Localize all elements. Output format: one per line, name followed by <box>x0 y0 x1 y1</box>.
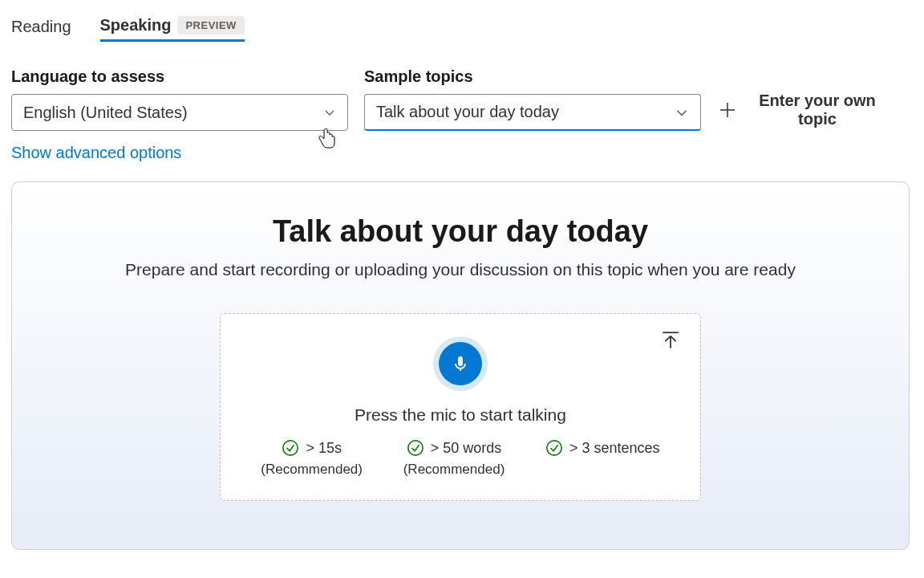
tab-speaking-label: Speaking <box>100 16 172 35</box>
check-circle-icon <box>545 439 563 457</box>
topic-select[interactable]: Talk about your day today <box>364 94 701 131</box>
recording-card: Press the mic to start talking > 15s (Re… <box>220 313 701 501</box>
criterion-words: > 50 words (Recommended) <box>403 439 505 478</box>
enter-own-topic-button[interactable]: Enter your own topic <box>717 92 886 128</box>
panel-title: Talk about your day today <box>36 214 885 249</box>
panel-subtitle: Prepare and start recording or uploading… <box>36 260 885 279</box>
language-value: English (United States) <box>23 104 188 122</box>
show-advanced-options-link[interactable]: Show advanced options <box>11 144 181 162</box>
criterion-sentences-text: > 3 sentences <box>569 440 660 457</box>
controls-row: Language to assess English (United State… <box>11 67 913 131</box>
language-field: Language to assess English (United State… <box>11 67 348 131</box>
tabs: Reading Speaking PREVIEW <box>11 11 913 42</box>
check-circle-icon <box>407 439 424 457</box>
assessment-panel: Talk about your day today Prepare and st… <box>11 181 910 550</box>
check-circle-icon <box>282 439 299 457</box>
criterion-duration-sub: (Recommended) <box>261 462 363 478</box>
preview-badge: PREVIEW <box>177 16 244 35</box>
topic-field: Sample topics Talk about your day today <box>364 67 701 131</box>
mic-instruction: Press the mic to start talking <box>245 405 676 425</box>
criterion-duration: > 15s (Recommended) <box>261 439 363 478</box>
mic-inner <box>439 342 482 385</box>
tab-reading[interactable]: Reading <box>11 13 71 41</box>
mic-button[interactable] <box>433 336 488 391</box>
language-label: Language to assess <box>11 67 348 86</box>
tab-reading-label: Reading <box>11 18 71 36</box>
microphone-icon <box>451 354 470 373</box>
language-select[interactable]: English (United States) <box>11 94 348 131</box>
topic-label: Sample topics <box>364 67 701 86</box>
tab-speaking[interactable]: Speaking PREVIEW <box>100 11 245 42</box>
criterion-words-text: > 50 words <box>431 440 502 457</box>
svg-point-3 <box>547 441 561 455</box>
criteria-row: > 15s (Recommended) > 50 words (Recommen… <box>245 439 676 478</box>
topic-value: Talk about your day today <box>376 103 559 121</box>
cursor-pointer-icon <box>317 128 338 153</box>
chevron-down-icon <box>675 105 689 120</box>
svg-point-1 <box>283 441 298 455</box>
chevron-down-icon <box>323 106 336 119</box>
upload-button[interactable] <box>660 330 681 354</box>
criterion-words-sub: (Recommended) <box>403 462 505 478</box>
plus-icon <box>717 100 738 120</box>
criterion-sentences: > 3 sentences <box>545 439 660 462</box>
upload-icon <box>660 330 681 351</box>
svg-rect-0 <box>458 356 463 366</box>
own-topic-label: Enter your own topic <box>749 92 886 128</box>
criterion-duration-text: > 15s <box>306 440 342 457</box>
svg-point-2 <box>408 441 423 455</box>
